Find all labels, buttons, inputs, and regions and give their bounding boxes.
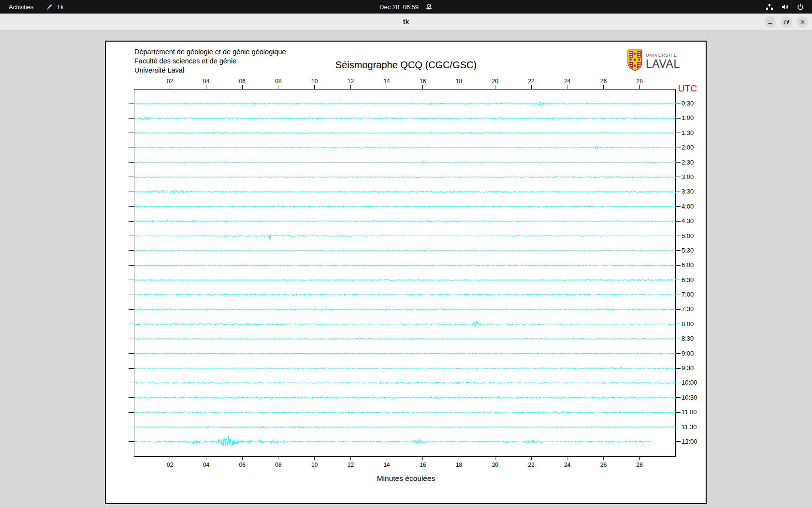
- utc-time-label: 1:00: [682, 114, 694, 121]
- x-tick-bottom: [495, 457, 495, 460]
- focused-app-menu[interactable]: Tk: [46, 0, 63, 14]
- power-icon[interactable]: [797, 3, 804, 11]
- row-tick-right: [676, 104, 681, 104]
- window-titlebar[interactable]: tk: [0, 14, 812, 30]
- utc-time-label: 8:00: [682, 320, 694, 328]
- org-line-3: Université Laval: [134, 66, 286, 75]
- x-tick-bottom: [170, 457, 170, 460]
- organization-block: Département de géologie et de génie géol…: [134, 47, 286, 75]
- org-line-1: Département de géologie et de génie géol…: [134, 47, 286, 57]
- x-tick-top: [531, 85, 532, 89]
- row-tick-right: [676, 441, 681, 442]
- utc-label: UTC: [678, 83, 697, 94]
- x-tick-label-top: 10: [307, 78, 322, 85]
- close-button[interactable]: [797, 16, 808, 28]
- x-tick-label-top: 24: [560, 78, 575, 85]
- x-tick-bottom: [206, 457, 206, 460]
- laval-shield-icon: [627, 49, 642, 73]
- clock-label[interactable]: Dec 28 06:59: [379, 3, 419, 11]
- row-tick-left: [129, 104, 134, 104]
- row-tick-right: [676, 427, 681, 427]
- x-tick-label-top: 02: [163, 78, 177, 85]
- x-tick-top: [422, 85, 423, 89]
- row-tick-right: [676, 383, 681, 383]
- row-tick-left: [129, 250, 134, 251]
- row-tick-right: [676, 353, 681, 354]
- x-tick-label-bottom: 04: [199, 462, 213, 468]
- row-tick-right: [676, 118, 681, 119]
- x-tick-label-top: 26: [596, 78, 611, 85]
- row-tick-right: [676, 339, 681, 339]
- row-tick-left: [129, 206, 134, 207]
- app-name-label: Tk: [57, 3, 63, 11]
- row-tick-right: [676, 265, 681, 266]
- x-tick-bottom: [314, 457, 315, 460]
- network-icon[interactable]: [766, 3, 773, 11]
- utc-time-label: 2:30: [682, 159, 694, 166]
- row-tick-left: [129, 133, 134, 133]
- row-tick-right: [676, 412, 681, 413]
- x-tick-top: [459, 85, 459, 89]
- row-tick-right: [676, 397, 681, 398]
- row-tick-right: [676, 250, 681, 251]
- row-tick-right: [676, 236, 681, 236]
- x-tick-label-top: 04: [199, 78, 213, 85]
- x-tick-top: [495, 85, 495, 89]
- x-tick-bottom: [603, 457, 604, 460]
- utc-time-label: 8:30: [682, 335, 694, 342]
- x-tick-label-bottom: 26: [596, 462, 611, 468]
- row-tick-left: [129, 265, 134, 266]
- utc-time-label: 9:30: [682, 364, 694, 372]
- x-tick-bottom: [350, 457, 351, 460]
- restore-button[interactable]: [781, 16, 792, 28]
- x-tick-top: [278, 85, 278, 89]
- top-bar: Activities Tk Dec 28 06:59: [0, 0, 812, 14]
- utc-time-label: 7:00: [682, 291, 694, 298]
- row-tick-right: [676, 206, 681, 207]
- row-tick-left: [129, 441, 134, 442]
- row-tick-left: [129, 118, 134, 119]
- minimize-button[interactable]: [765, 16, 776, 28]
- row-tick-left: [129, 192, 134, 192]
- x-tick-label-bottom: 22: [524, 462, 538, 468]
- row-tick-left: [129, 324, 134, 324]
- row-tick-right: [676, 221, 681, 222]
- x-tick-bottom: [422, 457, 423, 460]
- x-tick-label-top: 12: [343, 78, 358, 85]
- window-title: tk: [0, 14, 812, 30]
- row-tick-right: [676, 295, 681, 295]
- utc-time-label: 10:30: [682, 394, 697, 401]
- utc-time-label: 10:00: [682, 379, 697, 386]
- row-tick-left: [129, 412, 134, 413]
- tk-icon: [46, 3, 53, 11]
- utc-time-label: 3:00: [682, 173, 694, 180]
- row-tick-right: [676, 368, 681, 369]
- row-tick-left: [129, 177, 134, 177]
- row-tick-left: [129, 353, 134, 354]
- x-tick-label-top: 18: [452, 78, 466, 85]
- activities-button[interactable]: Activities: [9, 0, 33, 14]
- row-tick-right: [676, 148, 681, 148]
- row-tick-right: [676, 162, 681, 163]
- utc-time-label: 9:00: [682, 350, 694, 357]
- row-tick-left: [129, 397, 134, 398]
- utc-time-label: 4:30: [682, 217, 694, 224]
- x-tick-top: [206, 85, 206, 89]
- x-tick-bottom: [639, 457, 640, 460]
- x-tick-label-bottom: 02: [163, 462, 177, 468]
- desktop: Activities Tk Dec 28 06:59: [0, 0, 812, 508]
- x-tick-label-top: 08: [271, 78, 286, 85]
- row-tick-right: [676, 177, 681, 177]
- volume-icon[interactable]: [781, 3, 789, 11]
- x-tick-label-bottom: 18: [452, 462, 466, 468]
- row-tick-left: [129, 309, 134, 310]
- x-tick-top: [603, 85, 604, 89]
- x-tick-bottom: [531, 457, 532, 460]
- utc-time-label: 7:30: [682, 305, 694, 313]
- x-tick-bottom: [387, 457, 387, 460]
- x-tick-label-top: 06: [235, 78, 249, 85]
- row-tick-left: [129, 295, 134, 295]
- utc-time-label: 1:30: [682, 129, 694, 136]
- utc-time-label: 4:00: [682, 203, 694, 210]
- plot-frame: [134, 89, 676, 457]
